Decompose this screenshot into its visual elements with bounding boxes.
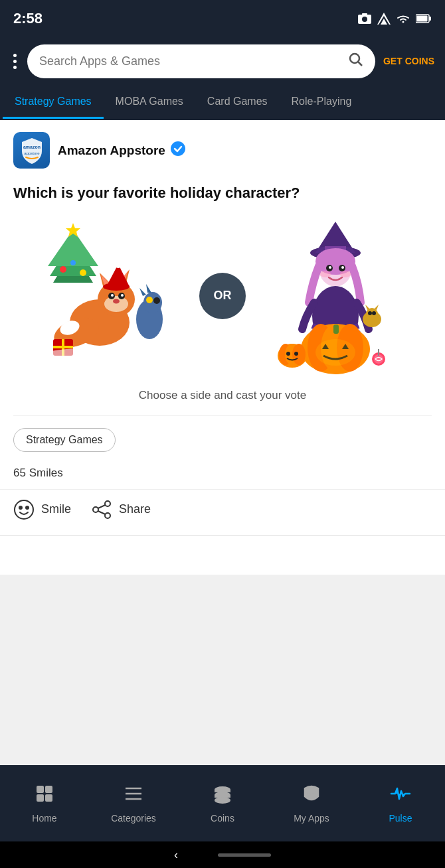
vote-area: OR (0, 216, 445, 389)
tab-card-games[interactable]: Card Games (195, 86, 280, 119)
svg-text:appstore: appstore (24, 151, 40, 155)
categories-icon (123, 783, 144, 809)
svg-marker-78 (374, 305, 379, 310)
svg-line-90 (98, 505, 106, 508)
svg-point-18 (60, 266, 66, 273)
svg-rect-8 (417, 15, 428, 21)
coins-label: Coins (211, 813, 234, 824)
svg-point-58 (320, 271, 331, 277)
svg-point-84 (15, 500, 33, 519)
smile-icon (13, 499, 35, 520)
svg-point-20 (70, 260, 76, 265)
svg-line-91 (98, 511, 106, 514)
share-button[interactable]: Share (91, 499, 151, 520)
vote-instruction: Choose a side and cast your vote (0, 389, 445, 415)
svg-point-41 (153, 297, 160, 304)
svg-point-88 (105, 513, 110, 518)
post-card: amazon appstore Amazon Appstore (0, 120, 445, 530)
wifi-icon (396, 13, 410, 24)
tab-role-playing[interactable]: Role-Playing (280, 86, 364, 119)
app-logo: amazon appstore (13, 132, 50, 169)
svg-rect-94 (37, 794, 44, 802)
strategy-games-tag[interactable]: Strategy Games (13, 428, 116, 452)
character-right-image (269, 216, 422, 376)
svg-point-32 (113, 299, 120, 303)
back-bar: ‹ (0, 841, 445, 868)
tab-moba-games[interactable]: MOBA Games (104, 86, 195, 119)
svg-point-85 (19, 506, 22, 509)
svg-rect-7 (429, 17, 431, 21)
svg-point-35 (114, 260, 122, 268)
svg-point-72 (292, 344, 306, 365)
myapps-icon (301, 783, 322, 809)
svg-point-53 (315, 248, 355, 275)
nav-myapps[interactable]: My Apps (267, 775, 356, 832)
bottom-nav-items: Home Categories (0, 765, 445, 841)
nav-coins[interactable]: Coins (178, 775, 267, 832)
bottom-nav: Home Categories (0, 765, 445, 868)
character-option-right[interactable] (252, 216, 438, 376)
pulse-label: Pulse (389, 813, 412, 824)
signal-icon (377, 13, 391, 25)
search-bar[interactable] (27, 44, 375, 78)
amazon-appstore-logo: amazon appstore (18, 137, 46, 165)
svg-rect-95 (45, 794, 52, 802)
menu-dots-button[interactable] (11, 51, 19, 72)
app-name: Amazon Appstore (58, 143, 165, 158)
svg-point-80 (372, 311, 376, 315)
svg-point-9 (350, 54, 359, 63)
share-icon (91, 499, 112, 520)
svg-line-10 (358, 62, 362, 66)
svg-point-79 (368, 311, 372, 315)
battery-icon (416, 14, 432, 23)
action-row: Smile Share (0, 490, 445, 530)
svg-point-87 (105, 501, 110, 506)
smile-button[interactable]: Smile (13, 499, 71, 520)
home-indicator (218, 853, 271, 857)
nav-pulse[interactable]: Pulse (356, 775, 445, 832)
categories-label: Categories (111, 813, 156, 824)
home-label: Home (32, 813, 56, 824)
search-input[interactable] (39, 54, 342, 68)
svg-rect-46 (53, 346, 73, 348)
coins-icon (212, 783, 233, 809)
svg-point-40 (146, 297, 153, 303)
smile-label: Smile (41, 502, 71, 516)
svg-point-68 (315, 339, 355, 366)
svg-text:amazon: amazon (23, 145, 40, 149)
svg-point-30 (111, 294, 114, 297)
home-icon (34, 783, 55, 809)
svg-point-1 (362, 17, 367, 22)
character-option-left[interactable] (7, 216, 193, 376)
status-bar: 2:58 (0, 0, 445, 36)
svg-point-13 (171, 141, 185, 156)
search-icon (349, 52, 363, 70)
post-title-row: Amazon Appstore (58, 141, 185, 159)
back-button[interactable]: ‹ (174, 848, 178, 862)
svg-rect-67 (333, 325, 339, 334)
main-content: amazon appstore Amazon Appstore (0, 120, 445, 575)
nav-home[interactable]: Home (0, 775, 89, 832)
svg-marker-43 (146, 284, 151, 293)
svg-point-56 (329, 266, 331, 269)
or-circle: OR (199, 273, 246, 319)
post-app-info: Amazon Appstore (58, 141, 185, 159)
nav-categories[interactable]: Categories (89, 775, 178, 832)
top-bar: GET COINS (0, 36, 445, 86)
status-icons (357, 13, 432, 25)
svg-point-57 (341, 266, 344, 269)
svg-point-31 (121, 294, 124, 297)
svg-rect-2 (362, 13, 367, 15)
verified-icon (171, 141, 185, 159)
get-coins-button[interactable]: GET COINS (383, 56, 434, 67)
photo-icon (357, 13, 372, 25)
share-label: Share (119, 502, 151, 516)
svg-point-59 (340, 271, 351, 277)
svg-point-74 (294, 352, 298, 356)
next-card-peek (0, 535, 445, 575)
svg-point-103 (215, 797, 230, 804)
svg-rect-92 (37, 786, 44, 793)
svg-point-27 (104, 296, 128, 312)
tab-strategy-games[interactable]: Strategy Games (3, 86, 104, 119)
tag-row: Strategy Games (0, 416, 445, 464)
